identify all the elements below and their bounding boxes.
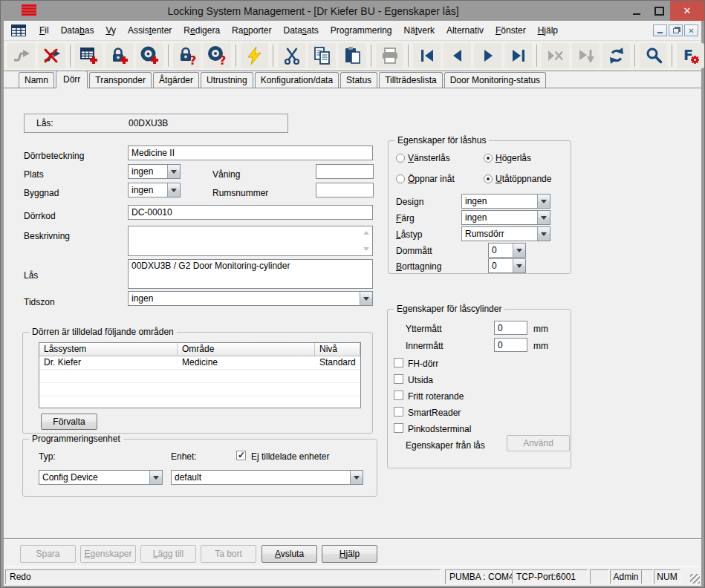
filter-settings-button[interactable]: F <box>677 43 704 68</box>
new-transponder-button[interactable] <box>136 43 163 68</box>
outside-checkbox[interactable] <box>394 374 403 384</box>
menu-assistenter[interactable]: Assistenter <box>122 22 178 39</box>
exit-button[interactable]: Avsluta <box>261 545 317 563</box>
design-select[interactable]: ingen <box>461 194 550 209</box>
menu-hjalp[interactable]: Hjälp <box>532 22 564 39</box>
table-row[interactable]: Dr. Kiefer Medicine Standard <box>39 356 360 370</box>
footer-button-bar: Spara Egenskaper Lägg till Ta bort Avslu… <box>4 538 701 566</box>
building-select[interactable]: ingen <box>128 183 181 197</box>
next-record-button[interactable] <box>474 43 501 68</box>
column-header-lassystem[interactable]: Låssystem <box>39 343 178 356</box>
menu-alternativ[interactable]: Alternativ <box>441 22 490 39</box>
column-header-niva[interactable]: Nivå <box>315 343 360 356</box>
toolbar-separator <box>70 45 71 67</box>
mdi-restore-button[interactable] <box>669 24 683 36</box>
pin-code-terminal-checkbox[interactable] <box>394 423 403 433</box>
menu-datasats[interactable]: Datasats <box>277 22 324 39</box>
menu-fonster[interactable]: Fönster <box>490 22 532 39</box>
free-rotating-checkbox[interactable] <box>394 391 403 400</box>
location-label: Plats <box>24 169 44 180</box>
dom-size-select[interactable]: 0 <box>488 243 526 258</box>
location-select[interactable]: ingen <box>128 164 181 179</box>
lock-label: Lås <box>24 270 38 281</box>
room-number-input[interactable] <box>316 183 374 197</box>
unassigned-devices-checkbox[interactable] <box>236 451 246 460</box>
close-button[interactable] <box>670 1 704 21</box>
programming-type-select[interactable]: Config Device <box>39 470 163 485</box>
dropdown-arrow-icon[interactable] <box>513 244 525 257</box>
description-textarea[interactable] <box>128 226 373 256</box>
menu-programmering[interactable]: Programmering <box>325 22 398 39</box>
scroll-down-icon[interactable] <box>363 247 369 251</box>
dropdown-arrow-icon[interactable] <box>149 471 162 484</box>
tab-utrustning[interactable]: Utrustning <box>201 72 253 88</box>
first-record-button[interactable] <box>413 43 441 68</box>
toolbar-separator <box>408 45 409 67</box>
tab-tilltradeslista[interactable]: Tillträdeslista <box>379 72 443 88</box>
help-footer-button[interactable]: Hjälp <box>322 545 377 563</box>
lock-textarea[interactable]: 00DXU3B / G2 Door Monitoring-cylinder <box>128 259 373 289</box>
previous-record-button[interactable] <box>444 43 471 68</box>
removal-select[interactable]: 0 <box>488 258 526 273</box>
color-label: Färg <box>396 213 415 223</box>
cut-button[interactable] <box>278 43 305 68</box>
read-transponder-button[interactable]: ? <box>204 43 231 68</box>
mdi-minimize-button[interactable] <box>653 24 667 36</box>
minimize-button[interactable] <box>626 3 648 19</box>
new-locking-system-button[interactable] <box>75 43 103 68</box>
dropdown-arrow-icon[interactable] <box>537 227 550 241</box>
search-button[interactable] <box>640 43 667 68</box>
tab-atgarder[interactable]: Åtgärder <box>153 72 199 88</box>
new-lock-button[interactable] <box>105 43 133 68</box>
paste-button[interactable] <box>339 43 366 68</box>
tab-dorr[interactable]: Dörr <box>56 71 88 88</box>
tab-namn[interactable]: Namn <box>19 72 54 88</box>
outer-size-input[interactable] <box>494 321 527 335</box>
time-zone-select[interactable]: ingen <box>128 291 373 306</box>
lock-type-select[interactable]: Rumsdörr <box>461 226 550 241</box>
menu-natverk[interactable]: Nätverk <box>398 22 441 39</box>
fh-door-checkbox[interactable] <box>394 358 403 368</box>
left-lock-radio[interactable] <box>396 154 405 163</box>
menu-redigera[interactable]: Redigera <box>178 22 226 39</box>
dropdown-arrow-icon[interactable] <box>537 211 550 224</box>
disconnect-button[interactable] <box>38 43 65 68</box>
opens-outward-radio[interactable] <box>484 174 493 183</box>
tab-door-monitoring-status[interactable]: Door Monitoring-status <box>444 72 546 88</box>
column-header-omrade[interactable]: Område <box>178 343 315 356</box>
menu-databas[interactable]: Databas <box>55 22 100 39</box>
tab-status[interactable]: Status <box>340 72 377 88</box>
menu-rapporter[interactable]: Rapporter <box>226 22 277 39</box>
dropdown-arrow-icon[interactable] <box>350 471 363 484</box>
floor-input[interactable] <box>316 164 374 179</box>
dropdown-arrow-icon[interactable] <box>537 195 550 208</box>
door-designation-input[interactable] <box>128 146 373 160</box>
program-button[interactable] <box>241 43 268 68</box>
maximize-button[interactable] <box>648 3 670 19</box>
dropdown-arrow-icon[interactable] <box>513 259 525 272</box>
opens-inward-radio[interactable] <box>396 174 405 183</box>
right-lock-radio[interactable] <box>484 154 493 163</box>
dropdown-arrow-icon[interactable] <box>360 292 372 305</box>
manage-button[interactable]: Förvalta <box>41 414 97 430</box>
programming-device-select[interactable]: default <box>171 470 363 485</box>
inner-size-input[interactable] <box>494 338 527 352</box>
color-select[interactable]: ingen <box>461 210 550 225</box>
scroll-up-icon[interactable] <box>363 231 369 235</box>
read-lock-button[interactable]: ? <box>173 43 201 68</box>
refresh-button[interactable] <box>602 43 630 68</box>
door-code-input[interactable] <box>128 205 373 220</box>
copy-button[interactable] <box>308 43 336 68</box>
menu-vy[interactable]: Vy <box>100 22 122 39</box>
tab-transponder[interactable]: Transponder <box>89 72 152 88</box>
mdi-close-button[interactable] <box>684 24 698 36</box>
outer-size-label: Yttermått <box>406 324 442 334</box>
last-record-button[interactable] <box>504 43 532 68</box>
smartreader-checkbox[interactable] <box>394 407 403 416</box>
dropdown-arrow-icon[interactable] <box>167 165 180 178</box>
dropdown-arrow-icon[interactable] <box>167 183 180 197</box>
areas-group: Dörren är tilldelad följande områden Lås… <box>22 332 373 434</box>
menu-fil[interactable]: Fil <box>33 22 55 39</box>
tab-konfiguration-data[interactable]: Konfiguration/data <box>255 72 339 88</box>
resize-grip[interactable] <box>690 574 700 584</box>
